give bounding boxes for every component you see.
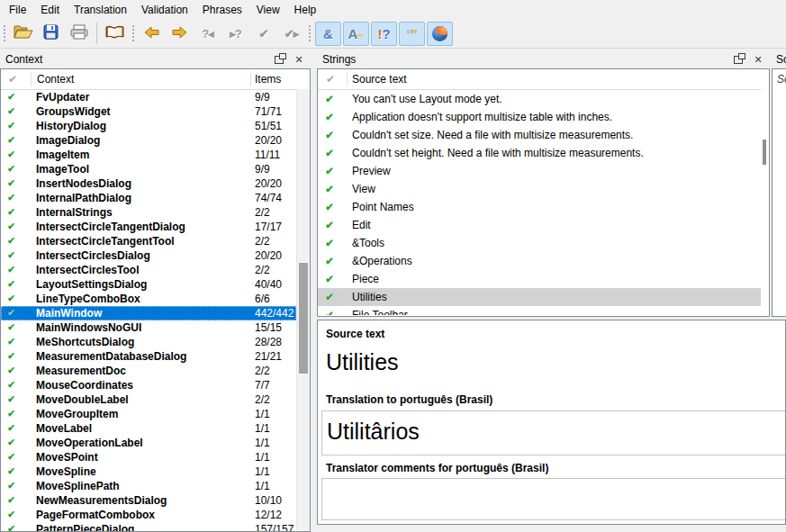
context-items-count: 9/9 [255, 163, 270, 176]
context-row[interactable]: ✔ NewMeasurementsDialog 10/10 [1, 493, 296, 508]
strings-table-header[interactable]: ✔ Source text [318, 69, 769, 90]
string-row[interactable]: ✔ Point Names [318, 198, 761, 216]
menu-validation[interactable]: Validation [134, 1, 195, 19]
finished-check-icon: ✔ [7, 465, 15, 477]
context-items-count: 40/40 [255, 278, 282, 291]
context-row[interactable]: ✔ MoveDoubleLabel 2/2 [1, 392, 296, 407]
items-column-header[interactable]: Items [255, 73, 281, 86]
context-row[interactable]: ✔ ImageTool 9/9 [1, 162, 296, 176]
context-row[interactable]: ✔ MoveGroupItem 1/1 [1, 407, 296, 421]
float-panel-button[interactable] [273, 53, 285, 66]
context-row[interactable]: ✔ InternalPathDialog 74/74 [1, 191, 296, 205]
context-row[interactable]: ✔ IntersectCircleTangentDialog 17/17 [1, 220, 296, 234]
context-row[interactable]: ✔ LineTypeComboBox 6/6 [1, 292, 296, 306]
context-row[interactable]: ✔ ImageDialog 20/20 [1, 133, 296, 148]
menu-translation[interactable]: Translation [67, 1, 134, 19]
context-row[interactable]: ✔ MoveSplinePath 1/1 [1, 479, 296, 493]
close-panel-button[interactable]: ✕ [752, 53, 764, 66]
strings-scrollbar[interactable] [761, 89, 768, 315]
context-row[interactable]: ✔ MoveSPoint 1/1 [1, 450, 296, 464]
float-panel-button[interactable] [732, 53, 745, 66]
context-panel-titlebar[interactable]: Context ✕ [0, 50, 311, 68]
menu-file[interactable]: File [2, 1, 33, 19]
print-button[interactable] [66, 22, 92, 46]
menu-help[interactable]: Help [287, 1, 324, 19]
context-name: GroupsWidget [36, 105, 111, 118]
context-row[interactable]: ✔ IntersectCircleTangentTool 2/2 [1, 234, 296, 248]
prev-unfinished-button[interactable]: ?◂ [194, 22, 221, 46]
menu-edit[interactable]: Edit [33, 1, 67, 19]
context-items-count: 1/1 [255, 408, 270, 420]
string-row[interactable]: ✔ Application doesn't support multisize … [318, 108, 761, 126]
context-row[interactable]: ✔ PageFormatCombobox 12/12 [1, 508, 296, 522]
open-file-button[interactable] [10, 22, 36, 46]
string-row[interactable]: ✔ Utilities [318, 288, 761, 306]
context-scrollbar[interactable] [296, 89, 310, 530]
context-row[interactable]: ✔ MeasurementDatabaseDialog 21/21 [1, 349, 296, 364]
context-row[interactable]: ✔ MeShortcutsDialog 28/28 [1, 335, 296, 349]
context-name: FvUpdater [36, 91, 89, 104]
prev-item-button[interactable] [139, 22, 165, 46]
toolbar-drag-handle[interactable] [131, 23, 135, 43]
context-row[interactable]: ✔ FvUpdater 9/9 [1, 90, 296, 104]
done-and-next-button[interactable]: ✔ [250, 22, 276, 46]
string-row[interactable]: ✔ Preview [318, 162, 761, 180]
context-row[interactable]: ✔ InsertNodesDialog 20/20 [1, 176, 296, 191]
string-row[interactable]: ✔ You can't use Layout mode yet. [318, 90, 761, 108]
finished-check-icon: ✔ [7, 494, 15, 506]
open-phrasebook-button[interactable] [102, 22, 128, 46]
translator-comments-input[interactable] [321, 478, 786, 520]
string-row[interactable]: ✔ Edit [318, 216, 761, 234]
string-row[interactable]: ✔ &Tools [318, 234, 761, 252]
string-row[interactable]: ✔ Couldn't set height. Need a file with … [318, 144, 761, 162]
string-row[interactable]: ✔ &Operations [318, 252, 761, 270]
next-unfinished-button[interactable]: ▸? [222, 22, 248, 46]
toggle-place-markers-button[interactable] [427, 22, 453, 46]
string-row[interactable]: ✔ Piece [318, 270, 761, 288]
context-row[interactable]: ✔ MainWindowsNoGUI 15/15 [1, 320, 296, 335]
context-column-header[interactable]: Context [37, 73, 74, 86]
context-row[interactable]: ✔ MainWindow 442/442 [1, 306, 296, 320]
done-and-next-alt-button[interactable]: ✔▸ [278, 22, 304, 46]
translation-input[interactable]: Utilitârios [321, 410, 786, 455]
strings-panel-titlebar[interactable]: Strings ✕ [317, 50, 770, 68]
string-row[interactable]: ✔ View [318, 180, 761, 198]
context-row[interactable]: ✔ HistoryDialog 51/51 [1, 119, 296, 133]
context-name: LayoutSettingsDialog [36, 278, 147, 291]
context-row[interactable]: ✔ MeasurementDoc 2/2 [1, 364, 296, 378]
context-row[interactable]: ✔ ImageItem 11/11 [1, 148, 296, 162]
strings-scrollbar-thumb[interactable] [763, 140, 766, 165]
context-row[interactable]: ✔ PatternPieceDialog 157/157 [1, 522, 296, 531]
sources-panel-titlebar[interactable]: Sources and Forms [772, 50, 786, 68]
context-row[interactable]: ✔ IntersectCirclesTool 2/2 [1, 263, 296, 277]
toolbar-drag-handle[interactable] [3, 23, 6, 43]
context-row[interactable]: ✔ MoveSpline 1/1 [1, 464, 296, 479]
context-scrollbar-thumb[interactable] [299, 263, 308, 374]
save-button[interactable] [38, 22, 64, 46]
menu-view[interactable]: View [249, 1, 287, 19]
finished-check-icon: ✔ [325, 183, 334, 195]
context-row[interactable]: ✔ LayoutSettingsDialog 40/40 [1, 277, 296, 292]
toolbar-drag-handle[interactable] [308, 23, 312, 43]
context-row[interactable]: ✔ IntersectCirclesDialog 20/20 [1, 248, 296, 263]
toggle-accelerators-button[interactable]: & [315, 22, 341, 46]
close-panel-button[interactable]: ✕ [293, 53, 305, 66]
done-check-icon: ✔ [259, 27, 268, 41]
menu-phrases[interactable]: Phrases [195, 1, 249, 19]
source-text-column-header[interactable]: Source text [352, 73, 407, 86]
toggle-ending-punctuation-button[interactable]: !? [371, 22, 397, 46]
toggle-whitespace-button[interactable]: A [343, 22, 369, 46]
string-row[interactable]: ✔ File Toolbar [318, 306, 761, 315]
context-items-count: 2/2 [255, 365, 270, 377]
context-row[interactable]: ✔ GroupsWidget 71/71 [1, 104, 296, 119]
context-row[interactable]: ✔ InternalStrings 2/2 [1, 205, 296, 220]
context-row[interactable]: ✔ MoveLabel 1/1 [1, 421, 296, 436]
context-items-count: 20/20 [255, 134, 282, 147]
finished-check-icon: ✔ [7, 105, 15, 117]
context-row[interactable]: ✔ MoveOperationLabel 1/1 [1, 436, 296, 450]
toggle-phrase-matches-button[interactable]: “” [399, 22, 425, 46]
string-row[interactable]: ✔ Couldn't set size. Need a file with mu… [318, 126, 761, 144]
context-row[interactable]: ✔ MouseCoordinates 7/7 [1, 378, 296, 392]
next-item-button[interactable] [167, 22, 193, 46]
context-table-header[interactable]: ✔ Context Items [1, 69, 310, 90]
